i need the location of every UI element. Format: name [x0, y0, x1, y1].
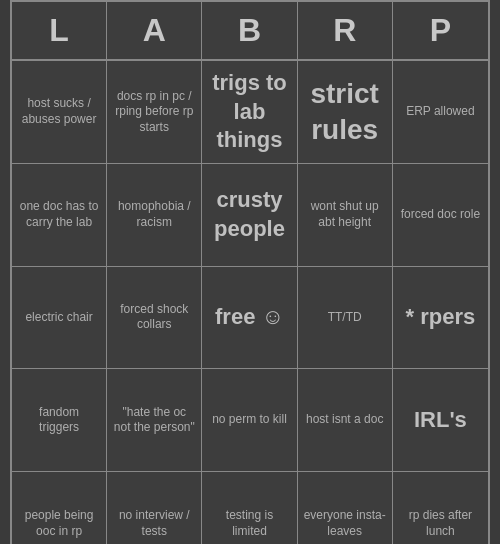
header-letter: R: [298, 2, 393, 59]
header-letter: L: [12, 2, 107, 59]
header-letter: A: [107, 2, 202, 59]
bingo-card: LABRP host sucks / abuses powerdocs rp i…: [10, 0, 490, 544]
bingo-cell: everyone insta-leaves: [298, 472, 393, 544]
bingo-cell: forced shock collars: [107, 267, 202, 370]
bingo-cell: homophobia / racism: [107, 164, 202, 267]
bingo-cell: host sucks / abuses power: [12, 61, 107, 164]
bingo-cell: testing is limited: [202, 472, 297, 544]
bingo-cell: one doc has to carry the lab: [12, 164, 107, 267]
bingo-cell: TT/TD: [298, 267, 393, 370]
bingo-cell: crusty people: [202, 164, 297, 267]
bingo-cell: electric chair: [12, 267, 107, 370]
bingo-cell: trigs to lab things: [202, 61, 297, 164]
bingo-cell: wont shut up abt height: [298, 164, 393, 267]
bingo-cell: fandom triggers: [12, 369, 107, 472]
bingo-cell: strict rules: [298, 61, 393, 164]
bingo-header: LABRP: [12, 2, 488, 61]
bingo-cell: host isnt a doc: [298, 369, 393, 472]
bingo-cell: free ☺: [202, 267, 297, 370]
bingo-cell: IRL's: [393, 369, 488, 472]
header-letter: B: [202, 2, 297, 59]
bingo-grid: host sucks / abuses powerdocs rp in pc /…: [12, 61, 488, 544]
bingo-cell: ERP allowed: [393, 61, 488, 164]
bingo-cell: people being ooc in rp: [12, 472, 107, 544]
bingo-cell: forced doc role: [393, 164, 488, 267]
bingo-cell: no perm to kill: [202, 369, 297, 472]
bingo-cell: docs rp in pc / rping before rp starts: [107, 61, 202, 164]
header-letter: P: [393, 2, 488, 59]
bingo-cell: no interview / tests: [107, 472, 202, 544]
bingo-cell: * rpers: [393, 267, 488, 370]
bingo-cell: rp dies after lunch: [393, 472, 488, 544]
bingo-cell: "hate the oc not the person": [107, 369, 202, 472]
